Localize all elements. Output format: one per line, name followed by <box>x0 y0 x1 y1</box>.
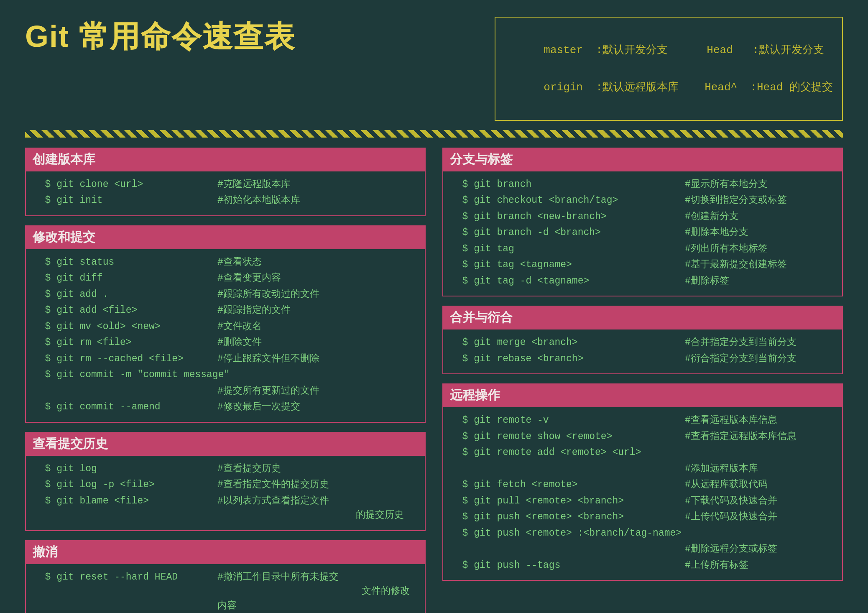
cmd-remote-show-text: $ git remote show <remote> <box>451 429 685 444</box>
cmd-push-delete-comment-pad <box>451 542 685 557</box>
cmd-mv-text: $ git mv <old> <new> <box>33 319 217 334</box>
right-column: 分支与标签 $ git branch #显示所有本地分支 $ git check… <box>442 148 843 613</box>
main-title: Git 常用命令速查表 <box>25 17 295 57</box>
cmd-add-dot: $ git add . #跟踪所有改动过的文件 <box>33 287 417 302</box>
cmd-init-text: $ git init <box>33 193 217 208</box>
section-body-log: $ git log #查看提交历史 $ git log -p <file> #查… <box>25 456 426 531</box>
cmd-diff-text: $ git diff <box>33 271 217 286</box>
cmd-remote-v-text: $ git remote -v <box>451 413 685 428</box>
cmd-tag-d-text: $ git tag -d <tagname> <box>451 274 685 289</box>
cmd-commit-amend-text: $ git commit --amend <box>33 400 217 414</box>
cmd-branch: $ git branch #显示所有本地分支 <box>451 177 835 192</box>
cmd-pull: $ git pull <remote> <branch> #下载代码及快速合并 <box>451 494 835 508</box>
cmd-log-text: $ git log <box>33 462 217 476</box>
cmd-rm-cached-text: $ git rm --cached <file> <box>33 352 217 366</box>
cmd-remote-add-text: $ git remote add <remote> <url> <box>451 445 685 460</box>
cmd-tag-name-text: $ git tag <tagname> <box>451 258 685 272</box>
section-header-branch: 分支与标签 <box>442 148 843 171</box>
cmd-tag-name-comment: #基于最新提交创建标签 <box>685 258 787 272</box>
cmd-rm-text: $ git rm <file> <box>33 335 217 350</box>
cmd-blame-comment: #以列表方式查看指定文件 的提交历史 <box>217 494 404 523</box>
cmd-push-comment: #上传代码及快速合并 <box>685 510 777 524</box>
section-body-modify: $ git status #查看状态 $ git diff #查看变更内容 $ … <box>25 249 426 423</box>
cmd-rm-comment: #删除文件 <box>217 335 262 350</box>
legend-line-1: master :默认开发分支 Head :默认开发分支 <box>544 44 824 56</box>
cmd-rebase-comment: #衍合指定分支到当前分支 <box>685 352 797 366</box>
cmd-branch-d: $ git branch -d <branch> #删除本地分支 <box>451 225 835 240</box>
section-header-undo: 撤消 <box>25 540 426 564</box>
section-header-create: 创建版本库 <box>25 148 426 171</box>
cmd-clone-comment: #克隆远程版本库 <box>217 177 291 192</box>
section-modify-commit: 修改和提交 $ git status #查看状态 $ git diff #查看变… <box>25 225 426 423</box>
cmd-branch-text: $ git branch <box>451 177 685 192</box>
section-undo: 撤消 $ git reset --hard HEAD #撤消工作目录中所有未提交… <box>25 540 426 613</box>
cmd-clone-text: $ git clone <url> <box>33 177 217 192</box>
cmd-tag-text: $ git tag <box>451 242 685 256</box>
cmd-clone: $ git clone <url> #克隆远程版本库 <box>33 177 417 192</box>
cmd-log-p: $ git log -p <file> #查看指定文件的提交历史 <box>33 478 417 492</box>
section-body-branch: $ git branch #显示所有本地分支 $ git checkout <b… <box>442 171 843 297</box>
cmd-init: $ git init #初始化本地版本库 <box>33 193 417 208</box>
cmd-remote-add: $ git remote add <remote> <url> <box>451 445 835 460</box>
cmd-reset-hard-comment: #撤消工作目录中所有未提交 文件的修改内容 <box>217 570 417 613</box>
cmd-push-delete: $ git push <remote> :<branch/tag-name> <box>451 526 835 541</box>
cmd-blame-text: $ git blame <file> <box>33 494 217 508</box>
cmd-branch-d-text: $ git branch -d <branch> <box>451 225 685 240</box>
cmd-push-tags-text: $ git push --tags <box>451 558 685 573</box>
cmd-add-dot-text: $ git add . <box>33 287 217 302</box>
cmd-push-delete-comment: #删除远程分支或标签 <box>451 542 835 557</box>
legend-box: master :默认开发分支 Head :默认开发分支 origin :默认远程… <box>495 17 843 121</box>
cmd-merge: $ git merge <branch> #合并指定分支到当前分支 <box>451 335 835 350</box>
cmd-push: $ git push <remote> <branch> #上传代码及快速合并 <box>451 510 835 524</box>
cmd-merge-text: $ git merge <branch> <box>451 335 685 350</box>
cmd-branch-new-comment: #创建新分支 <box>685 209 739 224</box>
cmd-tag-d: $ git tag -d <tagname> #删除标签 <box>451 274 835 289</box>
cmd-rm-cached: $ git rm --cached <file> #停止跟踪文件但不删除 <box>33 352 417 366</box>
cmd-add-dot-comment: #跟踪所有改动过的文件 <box>217 287 319 302</box>
cmd-remote-show: $ git remote show <remote> #查看指定远程版本库信息 <box>451 429 835 444</box>
section-merge: 合并与衍合 $ git merge <branch> #合并指定分支到当前分支 … <box>442 306 843 374</box>
cmd-commit-amend-comment: #修改最后一次提交 <box>217 400 300 414</box>
cmd-checkout-branch-text: $ git checkout <branch/tag> <box>451 193 685 208</box>
cmd-tag: $ git tag #列出所有本地标签 <box>451 242 835 256</box>
section-branch-tag: 分支与标签 $ git branch #显示所有本地分支 $ git check… <box>442 148 843 297</box>
top-stripe-divider <box>25 130 843 138</box>
cmd-log: $ git log #查看提交历史 <box>33 462 417 476</box>
legend-line-2: origin :默认远程版本库 Head^ :Head 的父提交 <box>544 81 833 94</box>
cmd-tag-comment: #列出所有本地标签 <box>685 242 768 256</box>
page-wrapper: Git 常用命令速查表 master :默认开发分支 Head :默认开发分支 … <box>0 0 868 613</box>
section-header-modify: 修改和提交 <box>25 225 426 249</box>
header: Git 常用命令速查表 master :默认开发分支 Head :默认开发分支 … <box>25 17 843 121</box>
cmd-push-delete-text: $ git push <remote> :<branch/tag-name> <box>451 526 685 541</box>
cmd-push-tags-comment: #上传所有标签 <box>685 558 748 573</box>
section-create-repo: 创建版本库 $ git clone <url> #克隆远程版本库 $ git i… <box>25 148 426 216</box>
cmd-merge-comment: #合并指定分支到当前分支 <box>685 335 797 350</box>
cmd-branch-comment: #显示所有本地分支 <box>685 177 768 192</box>
cmd-checkout-branch-comment: #切换到指定分支或标签 <box>685 193 787 208</box>
cmd-commit-m-comment: #提交所有更新过的文件 <box>33 384 417 398</box>
cmd-push-tags: $ git push --tags #上传所有标签 <box>451 558 835 573</box>
cmd-mv: $ git mv <old> <new> #文件改名 <box>33 319 417 334</box>
cmd-remote-add-comment-text: #添加远程版本库 <box>685 462 758 476</box>
cmd-rebase-text: $ git rebase <branch> <box>451 352 685 366</box>
section-body-undo: $ git reset --hard HEAD #撤消工作目录中所有未提交 文件… <box>25 564 426 613</box>
cmd-blame: $ git blame <file> #以列表方式查看指定文件 的提交历史 <box>33 494 417 523</box>
cmd-mv-comment: #文件改名 <box>217 319 262 334</box>
cmd-checkout-branch: $ git checkout <branch/tag> #切换到指定分支或标签 <box>451 193 835 208</box>
cmd-log-p-text: $ git log -p <file> <box>33 478 217 492</box>
cmd-rm: $ git rm <file> #删除文件 <box>33 335 417 350</box>
cmd-commit-m-text: $ git commit -m "commit message" <box>33 368 230 382</box>
cmd-remote-v: $ git remote -v #查看远程版本库信息 <box>451 413 835 428</box>
cmd-status: $ git status #查看状态 <box>33 255 417 270</box>
cmd-remote-add-comment: #添加远程版本库 <box>451 462 835 476</box>
cmd-commit-m-comment-text: #提交所有更新过的文件 <box>217 384 319 398</box>
cmd-push-delete-comment-text: #删除远程分支或标签 <box>685 542 777 557</box>
cmd-add-file: $ git add <file> #跟踪指定的文件 <box>33 303 417 318</box>
cmd-rm-cached-comment: #停止跟踪文件但不删除 <box>217 352 319 366</box>
section-header-merge: 合并与衍合 <box>442 306 843 329</box>
cmd-branch-d-comment: #删除本地分支 <box>685 225 748 240</box>
section-body-remote: $ git remote -v #查看远程版本库信息 $ git remote … <box>442 407 843 581</box>
section-remote: 远程操作 $ git remote -v #查看远程版本库信息 $ git re… <box>442 383 843 581</box>
section-log: 查看提交历史 $ git log #查看提交历史 $ git log -p <f… <box>25 432 426 531</box>
cmd-status-text: $ git status <box>33 255 217 270</box>
